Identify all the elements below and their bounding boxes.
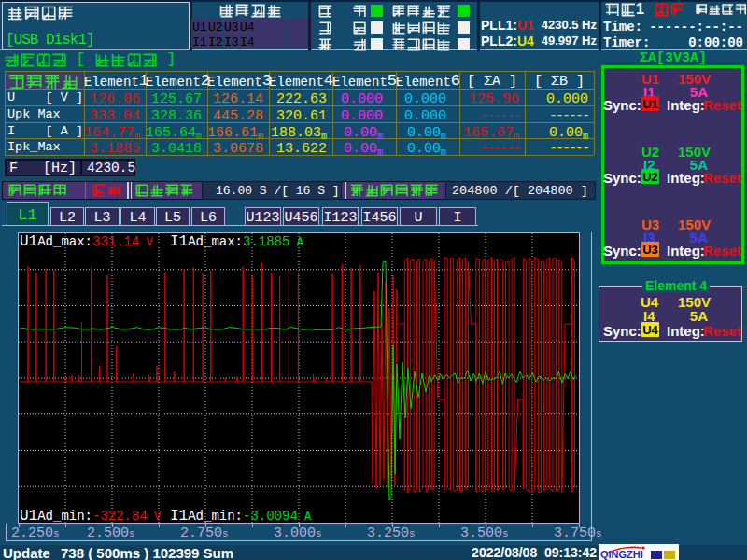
svg-text:QINGZHI: QINGZHI — [600, 549, 643, 560]
